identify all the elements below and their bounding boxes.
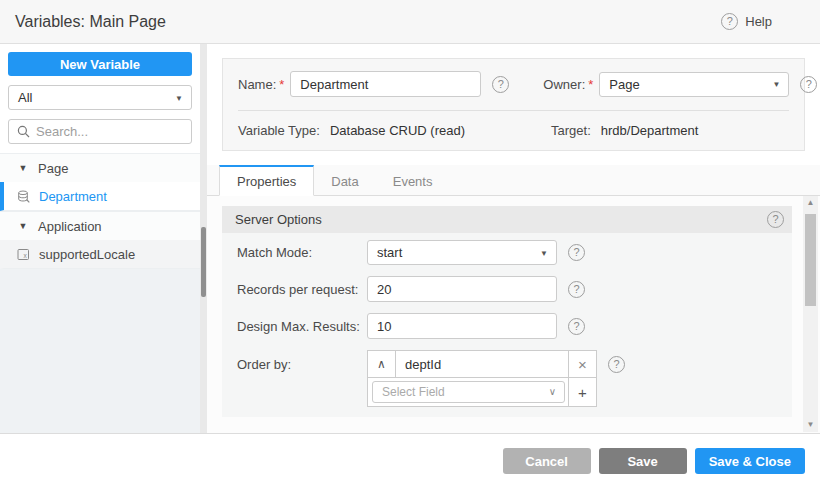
tab-properties[interactable]: Properties: [219, 165, 314, 196]
properties-scrollbar-thumb[interactable]: [805, 214, 816, 306]
tree-item-label: supportedLocale: [39, 247, 135, 262]
target-value: hrdb/Department: [601, 123, 699, 138]
search-input[interactable]: [36, 124, 212, 139]
design-max-results-input[interactable]: [367, 313, 557, 339]
variables-dialog: Variables: Main Page ? Help New Variable…: [0, 0, 820, 489]
save-and-close-button[interactable]: Save & Close: [695, 448, 805, 474]
help-icon: ?: [721, 13, 738, 30]
search-icon: [17, 125, 30, 138]
main-content: Name: * ? Owner: * Page ▼ ?: [207, 44, 820, 433]
order-by-help-icon[interactable]: ?: [608, 356, 625, 373]
properties-scrollbar[interactable]: ▲ ▼: [803, 196, 818, 432]
sidebar-scrollbar[interactable]: [200, 44, 207, 433]
design-max-results-label: Design Max. Results:: [222, 319, 367, 334]
sidebar: New Variable All ▼ ▼: [0, 44, 207, 433]
tree-item-department[interactable]: Department: [0, 182, 200, 211]
add-field-button[interactable]: +: [568, 378, 596, 406]
sidebar-scrollbar-thumb[interactable]: [201, 227, 206, 297]
name-input[interactable]: [290, 71, 481, 97]
scroll-up-icon[interactable]: ▲: [803, 196, 818, 210]
cancel-button[interactable]: Cancel: [503, 448, 591, 474]
page-title: Variables: Main Page: [15, 13, 166, 31]
panel-divider: [238, 110, 789, 111]
select-field-placeholder: Select Field: [382, 385, 445, 399]
tree-group-label: Page: [38, 161, 68, 176]
order-by-label: Order by:: [222, 350, 367, 372]
variable-filter-select[interactable]: All ▼: [8, 85, 192, 110]
select-field-dropdown[interactable]: Select Field ∨: [372, 381, 565, 403]
dialog-header: Variables: Main Page ? Help: [0, 0, 820, 44]
chevron-down-icon: ▼: [540, 241, 548, 264]
owner-label: Owner:: [543, 77, 585, 92]
order-by-field-value[interactable]: deptId: [396, 351, 568, 377]
variable-filter-value: All: [18, 90, 32, 105]
tree-group-label: Application: [38, 219, 102, 234]
new-variable-button[interactable]: New Variable: [8, 52, 192, 76]
match-mode-label: Match Mode:: [222, 245, 367, 260]
properties-scroll-area: Server Options ? Match Mode: start ▼ ?: [207, 196, 802, 433]
match-mode-help-icon[interactable]: ?: [568, 244, 585, 261]
help-link[interactable]: ? Help: [721, 13, 772, 30]
name-label: Name:: [238, 77, 276, 92]
chevron-down-icon: ▼: [175, 86, 183, 109]
tab-data[interactable]: Data: [314, 165, 375, 196]
chevron-down-icon: ∨: [549, 382, 556, 402]
chevron-down-icon: ▼: [772, 73, 780, 96]
tree-group-page[interactable]: ▼ Page: [0, 153, 200, 182]
owner-help-icon[interactable]: ?: [800, 76, 817, 93]
server-options-title: Server Options: [235, 212, 322, 227]
variable-type-value: Database CRUD (read): [330, 123, 465, 138]
target-label: Target:: [551, 123, 591, 138]
match-mode-select[interactable]: start ▼: [367, 240, 557, 265]
variable-tree: ▼ Page Department ▼ Ap: [0, 153, 200, 269]
properties-panel: Server Options ? Match Mode: start ▼ ?: [207, 196, 820, 433]
tab-bar: Properties Data Events: [207, 165, 820, 196]
order-by-editor: ∧ deptId × Select Field ∨: [367, 350, 597, 407]
required-marker: *: [279, 77, 284, 92]
server-options-help-icon[interactable]: ?: [767, 211, 784, 228]
match-mode-value: start: [377, 245, 402, 260]
dialog-footer: Cancel Save Save & Close: [0, 434, 820, 489]
sidebar-empty-area: [0, 269, 200, 433]
variable-summary-panel: Name: * ? Owner: * Page ▼ ?: [222, 58, 805, 151]
records-per-request-label: Records per request:: [222, 282, 367, 297]
search-box: [8, 119, 192, 144]
owner-value: Page: [609, 77, 639, 92]
server-options-body: Match Mode: start ▼ ? Records per reques…: [222, 233, 792, 417]
variable-type-label: Variable Type:: [238, 123, 320, 138]
tree-group-application[interactable]: ▼ Application: [0, 211, 200, 240]
save-button[interactable]: Save: [599, 448, 687, 474]
required-marker: *: [588, 77, 593, 92]
help-label: Help: [745, 14, 772, 29]
order-by-row: ∧ deptId ×: [367, 350, 597, 378]
design-max-help-icon[interactable]: ?: [568, 318, 585, 335]
owner-select[interactable]: Page ▼: [599, 72, 789, 97]
dialog-body: New Variable All ▼ ▼: [0, 44, 820, 434]
tree-item-label: Department: [39, 189, 107, 204]
scroll-down-icon[interactable]: ▼: [803, 418, 818, 432]
records-help-icon[interactable]: ?: [568, 281, 585, 298]
add-order-field-row: Select Field ∨ +: [367, 378, 597, 407]
variable-icon: x: [17, 248, 30, 261]
records-per-request-input[interactable]: [367, 276, 557, 302]
database-icon: [17, 190, 30, 203]
sort-ascending-button[interactable]: ∧: [368, 351, 396, 377]
caret-down-icon: ▼: [17, 163, 29, 173]
remove-field-button[interactable]: ×: [568, 351, 596, 377]
tab-events[interactable]: Events: [376, 165, 450, 196]
tree-item-supportedlocale[interactable]: x supportedLocale: [0, 240, 200, 269]
server-options-header: Server Options ?: [222, 206, 792, 233]
name-help-icon[interactable]: ?: [492, 76, 509, 93]
sidebar-controls: New Variable All ▼: [0, 44, 200, 153]
caret-down-icon: ▼: [17, 221, 29, 231]
svg-text:x: x: [24, 252, 28, 259]
